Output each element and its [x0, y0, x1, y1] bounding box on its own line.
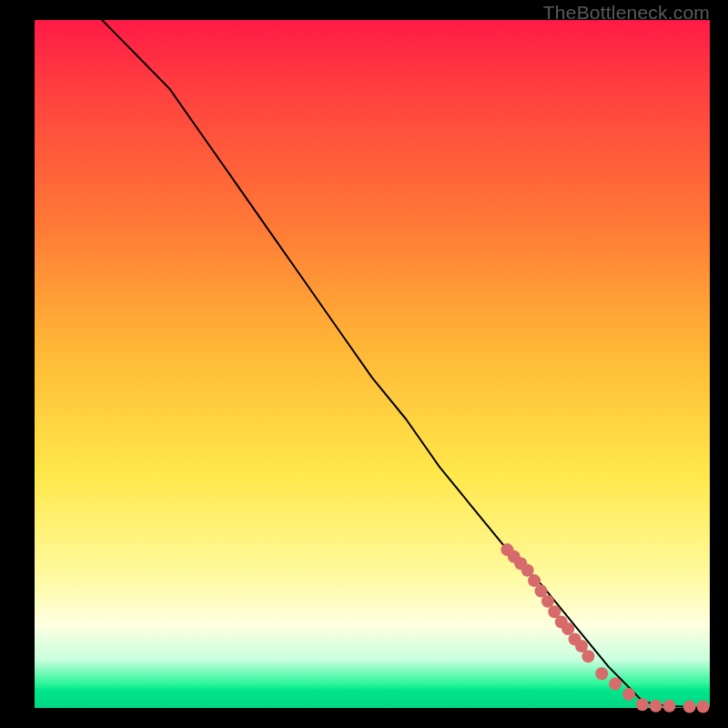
marker-point: [581, 650, 594, 662]
marker-point: [650, 700, 662, 713]
marker-point: [595, 667, 608, 680]
marker-point: [609, 678, 622, 691]
marker-group: [500, 543, 709, 713]
marker-point: [622, 688, 635, 701]
chart-svg: [35, 20, 710, 708]
marker-point: [683, 701, 696, 713]
plot-area: [35, 20, 710, 708]
curve-line: [102, 20, 710, 707]
chart-frame: TheBottleneck.com: [0, 0, 728, 728]
marker-point: [636, 698, 649, 711]
marker-point: [663, 700, 676, 713]
marker-point: [697, 701, 710, 713]
